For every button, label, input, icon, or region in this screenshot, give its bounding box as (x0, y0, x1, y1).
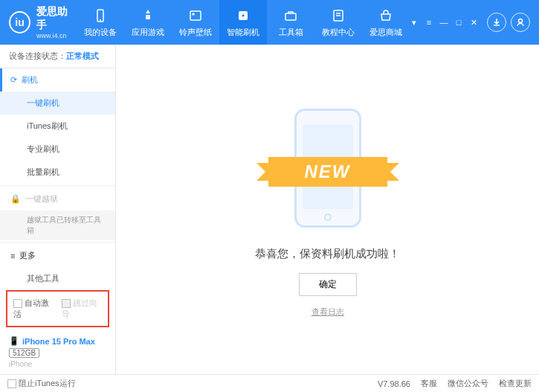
nav-tutorials[interactable]: 教程中心 (314, 0, 362, 45)
sidebar-group-jailbreak: 🔒 一键越狱 (0, 187, 115, 211)
new-banner: NEW (268, 157, 387, 187)
app-url: www.i4.cn (36, 32, 77, 39)
svg-point-3 (193, 13, 194, 15)
svg-point-9 (519, 19, 523, 23)
storage-badge: 512GB (9, 348, 39, 358)
wechat-link[interactable]: 微信公众号 (448, 378, 488, 389)
version-label: V7.98.66 (378, 379, 410, 388)
content-area: NEW 恭喜您，保资料刷机成功啦！ 确定 查看日志 (115, 45, 539, 374)
sidebar-item-batch-flash[interactable]: 批量刷机 (0, 161, 115, 184)
sidebar-item-oneclick-flash[interactable]: 一键刷机 (0, 91, 115, 115)
main-nav: 我的设备 应用游戏 铃声壁纸 智能刷机 工具箱 教程中心 爱思商城 (77, 0, 410, 45)
toolbox-icon (283, 7, 299, 24)
lock-icon: 🔒 (10, 194, 21, 204)
download-button[interactable] (487, 13, 506, 32)
sidebar: ⟳ 刷机 一键刷机 iTunes刷机 专业刷机 批量刷机 🔒 一键越狱 越狱工具… (0, 68, 115, 287)
menu-lines-icon: ≡ (10, 251, 15, 260)
ok-button[interactable]: 确定 (299, 273, 357, 296)
device-info: 📱 iPhone 15 Pro Max 512GB iPhone (0, 330, 115, 374)
checkbox-skip-setup: 跳过向导 (62, 298, 103, 320)
maximize-icon[interactable]: □ (454, 18, 463, 27)
image-icon (187, 7, 204, 24)
device-icon: 📱 (9, 336, 19, 346)
sidebar-item-pro-flash[interactable]: 专业刷机 (0, 138, 115, 161)
nav-apps-games[interactable]: 应用游戏 (124, 0, 172, 45)
device-type: iPhone (9, 360, 106, 368)
svg-rect-2 (190, 11, 201, 20)
view-log-link[interactable]: 查看日志 (312, 306, 344, 318)
sidebar-item-itunes-flash[interactable]: iTunes刷机 (0, 115, 115, 138)
phone-icon (92, 7, 109, 24)
user-button[interactable] (511, 13, 530, 32)
flash-icon (235, 7, 251, 24)
nav-smart-flash[interactable]: 智能刷机 (219, 0, 267, 45)
check-update-link[interactable]: 检查更新 (499, 378, 532, 389)
close-icon[interactable]: ✕ (469, 18, 478, 27)
app-name: 爱思助手 (36, 5, 77, 32)
svg-rect-5 (285, 13, 296, 20)
footer: 阻止iTunes运行 V7.98.66 客服 微信公众号 检查更新 (0, 374, 539, 392)
book-icon (330, 7, 346, 24)
list-icon[interactable]: ≡ (425, 18, 433, 27)
minimize-icon[interactable]: — (439, 18, 448, 27)
jailbreak-note: 越狱工具已转移至工具箱 (0, 211, 115, 240)
store-icon (378, 7, 394, 24)
checkbox-auto-activate[interactable]: 自动激活 (13, 298, 54, 320)
checkbox-block-itunes[interactable]: 阻止iTunes运行 (7, 378, 76, 389)
nav-my-device[interactable]: 我的设备 (77, 0, 124, 45)
menu-icon[interactable]: ▾ (410, 18, 419, 27)
sidebar-group-more[interactable]: ≡ 更多 (0, 244, 115, 267)
sidebar-item-other-tools[interactable]: 其他工具 (0, 267, 115, 287)
success-message: 恭喜您，保资料刷机成功啦！ (255, 247, 400, 261)
logo-icon: iu (9, 11, 30, 33)
sidebar-group-flash[interactable]: ⟳ 刷机 (0, 68, 115, 91)
nav-ringtones-wallpapers[interactable]: 铃声壁纸 (172, 0, 219, 45)
device-status: 设备连接状态：正常模式 (0, 45, 115, 68)
nav-store[interactable]: 爱思商城 (362, 0, 410, 45)
app-logo: iu 爱思助手 www.i4.cn (9, 5, 77, 39)
nav-toolbox[interactable]: 工具箱 (267, 0, 314, 45)
support-link[interactable]: 客服 (421, 378, 437, 389)
apps-icon (140, 7, 156, 24)
device-name[interactable]: 📱 iPhone 15 Pro Max (9, 336, 106, 346)
options-box: 自动激活 跳过向导 (6, 290, 109, 327)
phone-illustration: NEW (261, 101, 395, 235)
cycle-icon: ⟳ (10, 75, 17, 85)
